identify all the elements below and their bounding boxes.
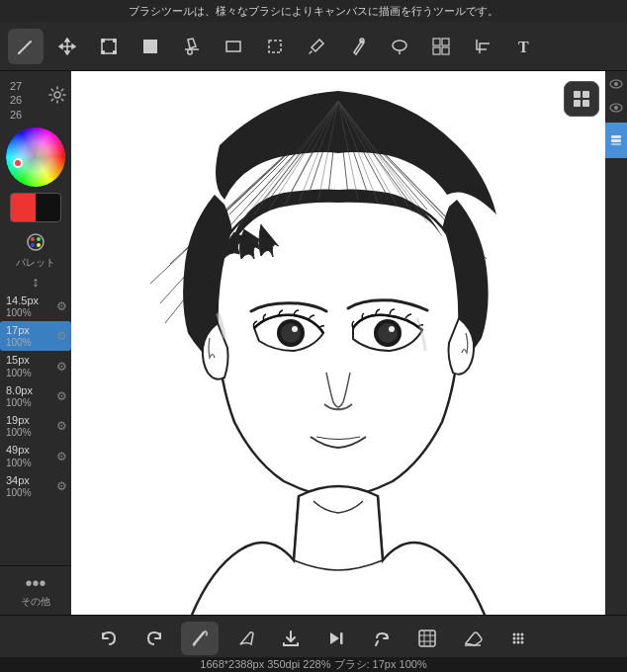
tooltip-bar: ブラシツールは、様々なブラシによりキャンバスに描画を行うツールです。	[0, 0, 627, 22]
svg-point-55	[378, 323, 398, 343]
color-selector-dot	[13, 158, 23, 168]
svg-rect-69	[574, 91, 581, 98]
grid-tool-icon[interactable]	[423, 29, 459, 64]
brush-size: 34px	[6, 473, 32, 487]
brush-gear-icon[interactable]: ⚙	[56, 299, 67, 313]
svg-rect-13	[442, 39, 449, 45]
brush-item[interactable]: 15px 100% ⚙	[0, 351, 71, 380]
brush-opacity: 100%	[6, 307, 39, 319]
brush-size: 49px	[6, 443, 32, 457]
lasso-tool-icon[interactable]	[382, 29, 417, 64]
canvas-menu-button[interactable]	[564, 81, 599, 117]
svg-rect-2	[101, 39, 105, 42]
brush-size: 15px	[6, 353, 32, 367]
move-tool-icon[interactable]	[49, 29, 85, 64]
svg-point-20	[37, 237, 41, 241]
svg-rect-5	[113, 50, 117, 54]
brush-item[interactable]: 8.0px 100% ⚙	[0, 381, 71, 411]
brush-gear-icon[interactable]: ⚙	[56, 389, 67, 403]
brush-gear-icon[interactable]: ⚙	[56, 419, 67, 433]
svg-rect-71	[574, 100, 581, 107]
shape-rect-icon[interactable]	[216, 29, 251, 64]
pen-button[interactable]	[226, 622, 264, 655]
rotate-button[interactable]	[363, 622, 401, 655]
svg-rect-74	[419, 630, 435, 646]
svg-point-79	[513, 637, 516, 640]
pen-tool-icon[interactable]	[340, 29, 376, 64]
status-text: 1668*2388px 350dpi 228% ブラシ: 17px 100%	[200, 657, 426, 672]
selection-tool-icon[interactable]	[257, 29, 293, 64]
svg-point-81	[521, 637, 524, 640]
svg-rect-9	[269, 41, 281, 52]
crop-tool-icon[interactable]	[465, 29, 500, 64]
text-tool-icon[interactable]: T	[506, 29, 542, 64]
color-swatch[interactable]	[10, 193, 61, 222]
svg-point-17	[54, 92, 60, 98]
svg-point-18	[28, 234, 44, 250]
canvas-area[interactable]	[71, 71, 605, 615]
brush-list: 14.5px 100% ⚙ 17px 100% ⚙ 15px 100% ⚙ 8.…	[0, 292, 71, 501]
brush-active-button[interactable]	[181, 622, 219, 655]
svg-point-11	[393, 41, 406, 50]
skip-button[interactable]	[317, 622, 355, 655]
more-tools-button[interactable]	[499, 622, 537, 655]
right-panel	[605, 71, 627, 615]
manga-illustration	[71, 71, 605, 615]
layer-panel-icon[interactable]	[605, 123, 627, 158]
transform-tool-icon[interactable]	[91, 29, 127, 64]
brush-gear-icon[interactable]: ⚙	[56, 329, 67, 343]
adjust-button[interactable]	[408, 622, 446, 655]
svg-point-77	[517, 633, 520, 636]
svg-point-52	[281, 323, 301, 343]
svg-point-22	[37, 243, 41, 247]
top-toolbar: T	[0, 22, 627, 71]
svg-point-76	[513, 633, 516, 636]
svg-rect-6	[143, 40, 157, 53]
brush-size: 17px	[6, 323, 32, 337]
svg-rect-28	[611, 139, 621, 142]
palette-section[interactable]: パレット	[16, 228, 55, 270]
undo-button[interactable]	[90, 622, 128, 655]
svg-point-53	[292, 326, 298, 332]
layer-eye2-icon[interactable]	[607, 99, 625, 117]
fill-solid-icon[interactable]	[133, 29, 168, 64]
save-button[interactable]	[272, 622, 310, 655]
svg-point-26	[614, 106, 618, 110]
svg-rect-73	[340, 632, 343, 644]
brush-opacity: 100%	[6, 368, 32, 379]
bottom-toolbar: 1668*2388px 350dpi 228% ブラシ: 17px 100%	[0, 615, 627, 672]
color-num-r: 27	[10, 79, 22, 93]
brush-size: 19px	[6, 413, 32, 427]
color-settings-gear[interactable]	[46, 79, 67, 111]
brush-item[interactable]: 19px 100% ⚙	[0, 411, 71, 441]
eyedropper-tool-icon[interactable]	[299, 29, 334, 64]
svg-rect-3	[113, 39, 117, 42]
brush-item-selected[interactable]: 17px 100% ⚙	[0, 321, 71, 351]
brush-gear-icon[interactable]: ⚙	[56, 450, 67, 463]
color-wheel[interactable]	[6, 127, 65, 187]
svg-point-83	[517, 641, 520, 644]
tooltip-text: ブラシツールは、様々なブラシによりキャンバスに描画を行うツールです。	[129, 4, 498, 19]
more-options-label: その他	[21, 595, 50, 609]
brush-item[interactable]: 34px 100% ⚙	[0, 471, 71, 501]
svg-point-78	[521, 633, 524, 636]
redo-button[interactable]	[135, 622, 173, 655]
brush-gear-icon[interactable]: ⚙	[56, 360, 67, 374]
color-num-g: 26	[10, 93, 22, 107]
brush-item[interactable]: 49px 100% ⚙	[0, 441, 71, 470]
bucket-tool-icon[interactable]	[174, 29, 210, 64]
brush-item[interactable]: 14.5px 100% ⚙	[0, 292, 71, 321]
bottom-left-panel: ••• その他	[0, 565, 71, 615]
brush-tool-icon[interactable]	[8, 29, 44, 64]
eraser-button[interactable]	[454, 622, 492, 655]
svg-line-0	[19, 42, 31, 53]
brush-gear-icon[interactable]: ⚙	[56, 479, 67, 493]
brush-opacity: 100%	[6, 487, 32, 499]
color-num-b: 26	[10, 108, 22, 122]
more-options-button[interactable]: •••	[25, 572, 45, 595]
svg-rect-14	[433, 47, 440, 54]
color-numbers: 27 26 26	[4, 79, 46, 122]
svg-point-56	[389, 326, 395, 332]
layer-eye-icon[interactable]	[607, 75, 625, 93]
svg-point-24	[614, 82, 618, 86]
